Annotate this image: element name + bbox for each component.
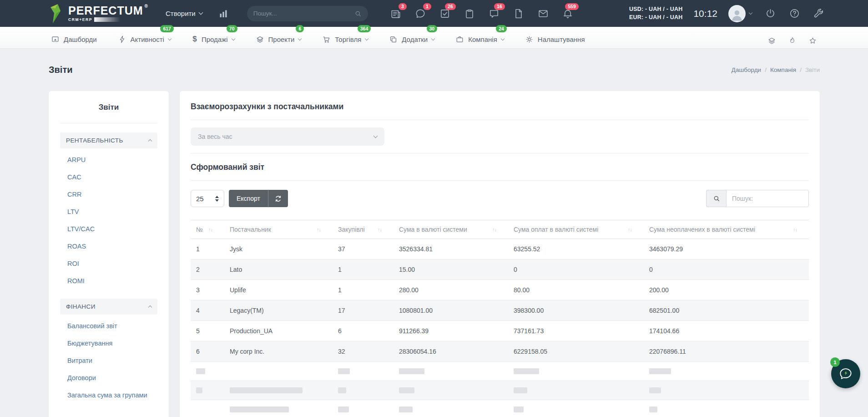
layers-icon — [256, 35, 264, 44]
nav-item-cart[interactable]: Торгівля364 — [322, 33, 368, 45]
table-column-header[interactable]: Закупівлі↑↓ — [333, 220, 394, 239]
table-column-header[interactable]: Сума неоплачених в валюті системі↑↓ — [644, 220, 809, 239]
divider — [60, 123, 157, 123]
redacted-value — [338, 368, 350, 374]
export-button[interactable]: Експорт — [229, 190, 268, 207]
star-button[interactable] — [808, 36, 817, 45]
notification-badge: 16 — [494, 3, 505, 10]
mail-icon — [537, 8, 549, 20]
period-filter-select[interactable]: За весь час — [191, 127, 384, 146]
clipboard-button[interactable] — [464, 8, 475, 20]
sidebar-report-link[interactable]: ROI — [49, 255, 169, 272]
table-column-header[interactable]: Постачальник↑↓ — [224, 220, 333, 239]
chart-icon[interactable] — [218, 8, 229, 19]
sidebar-report-link[interactable]: Витрати — [49, 352, 169, 369]
breadcrumb-item[interactable]: Дашборди — [732, 66, 761, 73]
wrench-icon — [813, 8, 824, 19]
sidebar-report-link[interactable]: Загальна сума за групами — [49, 386, 169, 404]
chat-widget-button[interactable]: 1 — [831, 359, 860, 388]
sidebar-report-link[interactable]: Балансовий звіт — [49, 317, 169, 335]
table-cell: 28306054.16 — [394, 341, 508, 362]
nav-count-badge: 617 — [160, 25, 174, 32]
eur-rate: EUR: - UAH / - UAH — [629, 14, 682, 22]
global-search-input[interactable] — [253, 10, 354, 17]
lightning-icon — [118, 35, 126, 44]
copy-icon — [389, 35, 398, 44]
mail-button[interactable] — [537, 8, 549, 20]
chevron-down-icon — [749, 10, 752, 14]
sidebar-report-link[interactable]: CRR — [49, 186, 169, 203]
sidebar-section-items: Балансовий звітБюджетуванняВитратиДогово… — [49, 315, 169, 404]
table-cell: 3 — [191, 280, 224, 300]
topbar-icons: 312616559 — [390, 8, 574, 20]
page-size-select[interactable]: 25 — [191, 190, 224, 207]
news-button[interactable]: 3 — [390, 8, 402, 20]
comments-button[interactable]: 16 — [488, 8, 500, 20]
nav-item-gear[interactable]: Налаштування — [525, 33, 585, 45]
table-cell: 682501.00 — [644, 300, 809, 321]
gear-icon — [525, 35, 534, 44]
app-logo[interactable]: PERFECTUM® CRM+ERP — [50, 4, 148, 23]
power-icon — [765, 8, 776, 19]
sidebar-section-header[interactable]: ФІНАНСИ — [60, 299, 157, 315]
nav-count-badge: 6 — [296, 25, 304, 32]
dashboard-icon — [51, 35, 60, 44]
sidebar-report-link[interactable]: CAC — [49, 168, 169, 186]
nav-items: ДашбордиАктивності617$Продажі70Проекти6Т… — [51, 33, 585, 45]
table-cell: 80.00 — [508, 280, 644, 300]
stack-button[interactable] — [767, 36, 776, 45]
global-search[interactable] — [247, 6, 368, 21]
sidebar-section-header[interactable]: РЕНТАБЕЛЬНІСТЬ — [60, 132, 157, 148]
create-button[interactable]: Створити — [166, 10, 202, 17]
sidebar-report-link[interactable]: ARPU — [49, 151, 169, 168]
nav-item-copy[interactable]: Додатки30 — [389, 33, 434, 45]
table-column-header[interactable]: №↑↓ — [191, 220, 224, 239]
table-cell: 4 — [191, 300, 224, 321]
sidebar-report-link[interactable]: Договори — [49, 369, 169, 386]
tasks-button[interactable]: 26 — [439, 8, 451, 20]
sidebar-report-link[interactable]: LTV/CAC — [49, 220, 169, 238]
table-column-header[interactable]: Сума в валюті системи↑↓ — [394, 220, 508, 239]
table-cell: 32 — [333, 341, 394, 362]
document-button[interactable] — [513, 8, 525, 20]
nav-item-dollar[interactable]: $Продажі70 — [192, 33, 235, 45]
table-column-header[interactable]: Сума оплат в валюті системі↑↓ — [508, 220, 644, 239]
redacted-value — [649, 368, 671, 374]
breadcrumb-item: Звіти — [805, 66, 820, 73]
sidebar-report-link[interactable]: ROMI — [49, 272, 169, 290]
flame-button[interactable] — [788, 36, 797, 45]
bell-button[interactable]: 559 — [562, 8, 574, 20]
notification-badge: 3 — [399, 3, 407, 10]
generated-report-title: Сформований звіт — [191, 163, 809, 172]
redacted-value — [399, 407, 413, 412]
sidebar-title: Звіти — [49, 103, 169, 123]
logout-button[interactable] — [765, 8, 776, 19]
chevron-up-icon — [148, 305, 152, 309]
refresh-button[interactable] — [268, 190, 288, 207]
nav-item-lightning[interactable]: Активності617 — [118, 33, 171, 45]
table-search-input[interactable] — [726, 190, 809, 207]
breadcrumb: Дашборди/Компанія/Звіти — [732, 66, 820, 73]
table-cell: 5 — [191, 321, 224, 341]
table-cell: Legacy(TM) — [224, 300, 333, 321]
nav-item-briefcase[interactable]: Компанія24 — [455, 33, 504, 45]
currency-rates: USD: - UAH / - UAH EUR: - UAH / - UAH — [629, 5, 682, 21]
help-button[interactable] — [789, 8, 800, 19]
table-search-button[interactable] — [706, 190, 726, 207]
search-icon — [354, 10, 362, 17]
table-cell: Uplife — [224, 280, 333, 300]
sidebar-report-link[interactable]: ROAS — [49, 238, 169, 255]
user-menu[interactable] — [728, 5, 752, 22]
briefcase-icon — [455, 35, 464, 44]
table-row-redacted — [191, 400, 809, 417]
sidebar-report-link[interactable]: LTV — [49, 203, 169, 220]
breadcrumb-item[interactable]: Компанія — [770, 66, 796, 73]
table-cell: 737161.73 — [508, 321, 644, 341]
redacted-value — [514, 387, 527, 393]
chat-button[interactable]: 1 — [414, 8, 426, 20]
nav-item-dashboard[interactable]: Дашборди — [51, 33, 97, 45]
settings-wrench-button[interactable] — [813, 8, 824, 19]
table-row: 2Lato115.0000 — [191, 259, 809, 280]
sidebar-report-link[interactable]: Бюджетування — [49, 335, 169, 352]
nav-item-layers[interactable]: Проекти6 — [256, 33, 302, 45]
